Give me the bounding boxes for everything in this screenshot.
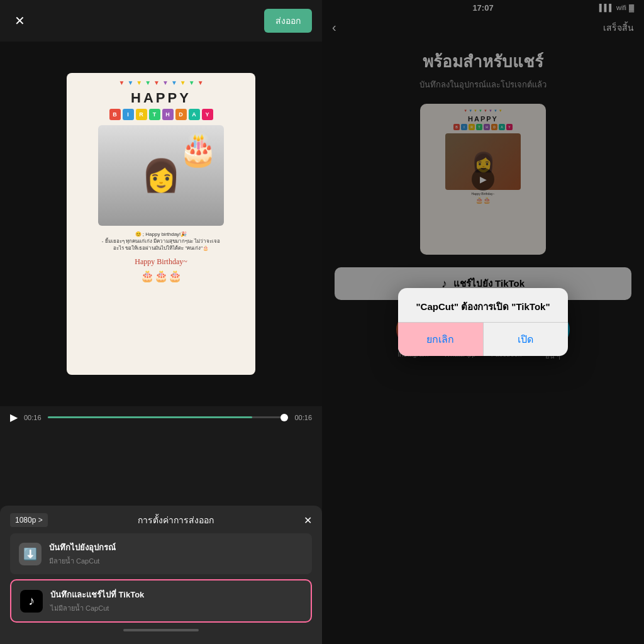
card-text: 😊 ; Happy birthday!🎉 - ยิ้มเยอะๆ ทุกคนแก… <box>99 228 223 255</box>
save-device-title: บันทึกไปยังอุปกรณ์ <box>49 541 116 554</box>
dialog-open-button[interactable]: เปิด <box>484 323 569 356</box>
dialog-overlay: "CapCut" ต้องการเปิด "TikTok" ยกเลิก เปิ… <box>322 0 644 644</box>
card-decorations: 🎂🎂🎂 <box>140 269 182 283</box>
card-happy-text: HAPPY <box>131 90 191 106</box>
save-tiktok-option[interactable]: ♪ บันทึกและแชร์ไปที่ TikTok ไม่มีลายน้ำ … <box>10 579 312 623</box>
save-device-icon: ⬇️ <box>19 543 42 565</box>
video-preview: ▼▼ ▼▼ ▼▼ ▼▼ ▼▼ HAPPY B I R T H D A Y 🎂 👩 <box>0 42 322 406</box>
time-end: 00:16 <box>294 414 312 421</box>
left-header: ✕ ส่งออก <box>0 0 322 42</box>
play-button[interactable]: ▶ <box>10 411 18 423</box>
tiktok-option-title: บันทึกและแชร์ไปที่ TikTok <box>50 588 144 601</box>
dialog-box: "CapCut" ต้องการเปิด "TikTok" ยกเลิก เปิ… <box>398 288 568 356</box>
card-birthday-letters: B I R T H D A Y <box>109 109 213 120</box>
settings-header: 1080p > การตั้งค่าการส่งออก ✕ <box>10 513 312 527</box>
save-to-device-option[interactable]: ⬇️ บันทึกไปยังอุปกรณ์ มีลายน้ำ CapCut <box>10 533 312 574</box>
dialog-actions: ยกเลิก เปิด <box>398 323 568 356</box>
close-button[interactable]: ✕ <box>10 11 29 30</box>
card-cursive: Happy Birthday~ <box>135 257 187 267</box>
settings-title: การตั้งค่าการส่งออก <box>48 513 304 527</box>
tiktok-icon: ♪ <box>28 594 35 608</box>
right-panel: 17:07 ▌▌▌ wifi ▓ ‹ เสร็จสิ้น พร้อมสำหรับ… <box>322 0 644 644</box>
tiktok-option-subtitle: ไม่มีลายน้ำ CapCut <box>50 602 144 614</box>
home-bar <box>123 629 199 631</box>
export-button[interactable]: ส่งออก <box>264 9 312 33</box>
card-photo: 🎂 👩 <box>98 125 224 226</box>
card-flags: ▼▼ ▼▼ ▼▼ ▼▼ ▼▼ <box>118 79 203 86</box>
progress-thumb <box>280 414 288 421</box>
left-panel: ✕ ส่งออก ▼▼ ▼▼ ▼▼ ▼▼ ▼▼ HAPPY B I R T H … <box>0 0 322 644</box>
timeline-bar: ▶ 00:16 00:16 <box>0 406 322 428</box>
time-start: 00:16 <box>24 414 42 421</box>
dialog-title: "CapCut" ต้องการเปิด "TikTok" <box>398 288 568 322</box>
birthday-card: ▼▼ ▼▼ ▼▼ ▼▼ ▼▼ HAPPY B I R T H D A Y 🎂 👩 <box>67 73 255 375</box>
progress-fill <box>48 416 252 418</box>
save-device-subtitle: มีลายน้ำ CapCut <box>49 555 116 567</box>
tiktok-option-icon: ♪ <box>20 590 43 613</box>
close-settings-button[interactable]: ✕ <box>304 514 312 526</box>
quality-selector[interactable]: 1080p > <box>10 513 48 527</box>
export-settings-panel: 1080p > การตั้งค่าการส่งออก ✕ ⬇️ บันทึกไ… <box>0 506 322 644</box>
progress-track[interactable] <box>48 416 289 418</box>
dialog-cancel-button[interactable]: ยกเลิก <box>398 323 484 356</box>
